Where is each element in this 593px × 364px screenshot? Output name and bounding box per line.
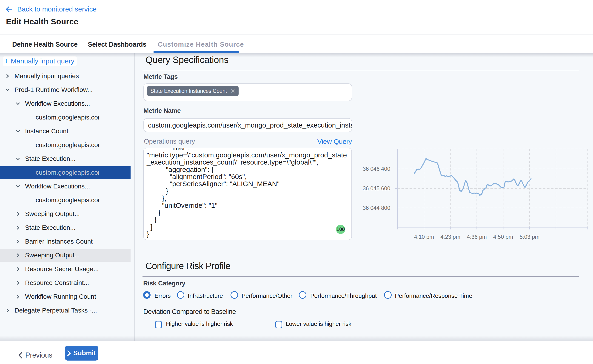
svg-text:4:36 pm: 4:36 pm [467,234,487,240]
svg-text:4:23 pm: 4:23 pm [440,234,460,240]
svg-text:4:50 pm: 4:50 pm [493,234,513,240]
svg-text:4:10 pm: 4:10 pm [414,234,434,240]
svg-text:5:03 pm: 5:03 pm [520,234,540,240]
svg-text:36 044 800: 36 044 800 [363,205,390,211]
svg-text:36 045 600: 36 045 600 [363,185,390,191]
svg-text:36 046 400: 36 046 400 [363,166,390,172]
